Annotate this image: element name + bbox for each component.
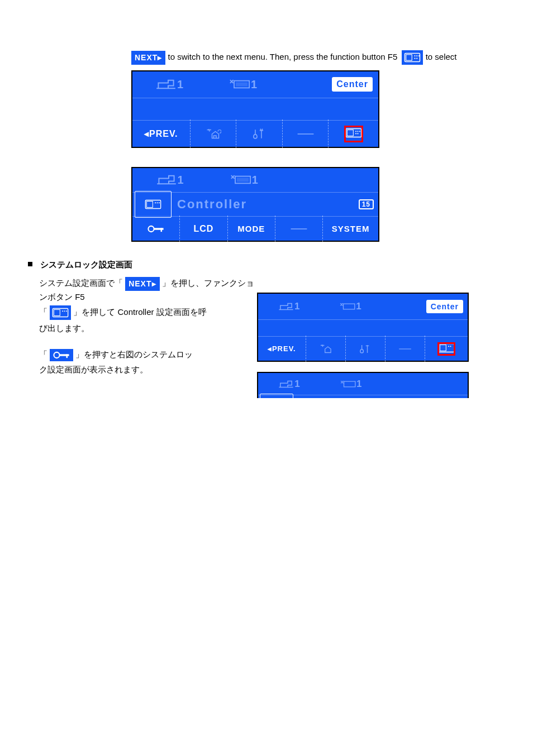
- reader-icon: [278, 300, 294, 313]
- printer-num: 1: [356, 301, 361, 312]
- lcd-screen-r1: 1 1 Center ◂PREV.: [257, 293, 469, 362]
- svg-point-20: [156, 202, 158, 203]
- page-num-badge: 15: [359, 199, 374, 209]
- center-badge[interactable]: Center: [332, 77, 373, 92]
- svg-point-38: [450, 346, 451, 347]
- next-label[interactable]: NEXT▸: [131, 51, 165, 65]
- svg-rect-33: [66, 354, 68, 358]
- svg-point-13: [359, 131, 360, 132]
- printer-num: 1: [356, 379, 362, 390]
- controller-icon: [145, 198, 161, 210]
- svg-rect-27: [54, 310, 60, 316]
- svg-rect-18: [146, 202, 153, 208]
- paragraph-left: システム設定画面で「 NEXT▸ 」を押し、ファンクションボタン F5 「 」を…: [39, 277, 257, 376]
- svg-point-2: [415, 55, 416, 56]
- controller-button-highlight[interactable]: [344, 125, 364, 143]
- svg-point-14: [355, 133, 356, 134]
- house-refresh-icon[interactable]: [318, 343, 333, 355]
- dash-icon: [295, 132, 316, 136]
- bullet-icon: [28, 262, 32, 266]
- key-icon-inline: [50, 349, 73, 361]
- svg-rect-36: [440, 344, 446, 351]
- para-text: 「: [39, 307, 47, 317]
- svg-point-3: [417, 55, 418, 56]
- printer-icon: [230, 172, 252, 188]
- svg-point-31: [54, 352, 60, 357]
- svg-rect-1: [406, 55, 412, 61]
- tools-icon[interactable]: [251, 128, 268, 140]
- reader-num: 1: [294, 301, 300, 312]
- reader-icon: [155, 76, 177, 92]
- reader-icon: [155, 172, 178, 188]
- svg-point-28: [62, 310, 63, 312]
- reader-num: 1: [294, 379, 300, 390]
- dash-icon: [288, 227, 310, 231]
- para-text: 」を押すと右図のシステムロッ: [75, 350, 193, 359]
- reader-1-num: 1: [177, 78, 184, 91]
- house-refresh-icon[interactable]: [204, 128, 221, 140]
- prev-label[interactable]: ◂PREV.: [268, 344, 296, 353]
- lcd-screen-1: 1 1 Center ◂PREV.: [131, 70, 379, 148]
- svg-rect-16: [237, 178, 249, 182]
- svg-point-30: [66, 310, 67, 312]
- reader-icon: [278, 378, 294, 390]
- svg-point-4: [415, 58, 416, 59]
- printer-icon: [229, 76, 251, 92]
- printer-icon: [340, 378, 356, 390]
- para-text: システム設定画面で「: [39, 278, 123, 288]
- next-label-2[interactable]: NEXT▸: [125, 277, 159, 291]
- para-text: び出します。: [39, 323, 89, 333]
- para-text: 」を押して Controller 設定画面を呼: [73, 307, 206, 317]
- controller-title: Controller: [177, 197, 247, 212]
- printer-1-num: 1: [251, 78, 258, 91]
- mode-btn[interactable]: MODE: [237, 224, 265, 233]
- svg-point-37: [448, 346, 449, 347]
- svg-point-12: [357, 131, 358, 132]
- svg-point-22: [149, 226, 154, 232]
- controller-button-highlight[interactable]: [437, 342, 456, 356]
- svg-point-11: [355, 131, 356, 132]
- svg-point-19: [155, 202, 156, 203]
- svg-point-29: [64, 310, 65, 312]
- para-text: 「: [39, 350, 47, 359]
- lcd-btn[interactable]: LCD: [194, 224, 214, 234]
- dash-icon: [397, 347, 413, 351]
- printer-icon: [339, 300, 356, 313]
- lcd-screen-2: 1 1 Controller 15 LCD: [131, 167, 379, 242]
- lcd-screen-r2: 1 1 Controller 15: [257, 372, 469, 398]
- instruction-line-1: NEXT▸ to switch to the next menu. Then, …: [131, 50, 505, 65]
- svg-rect-7: [236, 83, 248, 87]
- svg-rect-24: [161, 228, 163, 232]
- controller-icon: [402, 50, 423, 65]
- instruction-text-1: to switch to the next menu. Then, press …: [165, 52, 397, 61]
- svg-point-21: [159, 202, 160, 203]
- instruction-text-2: to select: [426, 52, 457, 61]
- bullet-heading: システムロック設定画面: [40, 260, 132, 269]
- para-text: ク設定画面が表示されます。: [39, 365, 148, 374]
- svg-point-15: [357, 133, 358, 134]
- controller-icon-inline: [50, 305, 71, 320]
- reader-num: 1: [178, 174, 184, 186]
- svg-point-6: [418, 55, 420, 56]
- tools-icon[interactable]: [359, 343, 372, 355]
- right-column: 1 1 Center ◂PREV.: [257, 293, 480, 398]
- system-btn[interactable]: SYSTEM: [332, 224, 370, 233]
- printer-num: 1: [252, 174, 259, 186]
- svg-rect-10: [347, 130, 353, 136]
- center-badge[interactable]: Center: [426, 300, 463, 313]
- svg-point-5: [417, 58, 418, 59]
- prev-label[interactable]: ◂PREV.: [144, 128, 178, 139]
- key-icon[interactable]: [146, 224, 165, 234]
- svg-rect-23: [154, 228, 164, 229]
- bullet-heading-row: システムロック設定画面: [28, 259, 505, 271]
